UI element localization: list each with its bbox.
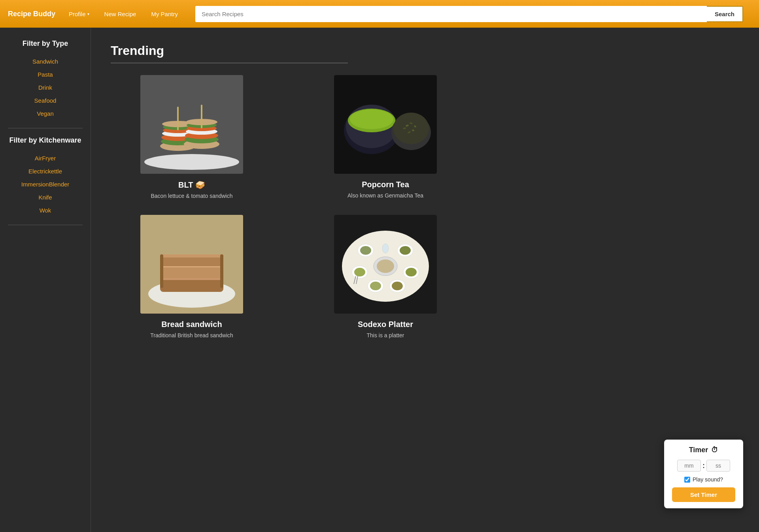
filter-type-title: Filter by Type xyxy=(0,39,91,48)
sidebar-item-seafood[interactable]: Seafood xyxy=(0,94,91,107)
sidebar-item-drink[interactable]: Drink xyxy=(0,81,91,94)
svg-rect-37 xyxy=(160,254,223,258)
main-layout: Filter by Type Sandwich Pasta Drink Seaf… xyxy=(0,28,759,532)
timer-sound-checkbox[interactable] xyxy=(684,477,690,483)
svg-rect-8 xyxy=(177,107,179,130)
recipe-name-tea: Popcorn Tea xyxy=(362,180,409,189)
svg-point-0 xyxy=(144,154,239,170)
filter-kitchenware-title: Filter by Kitchenware xyxy=(0,136,91,145)
recipe-desc-blt: Bacon lettuce & tomato sandwich xyxy=(151,193,232,199)
timer-minutes-input[interactable] xyxy=(677,460,701,472)
svg-point-43 xyxy=(360,246,371,255)
main-content: Trending xyxy=(91,28,759,532)
timer-inputs: : xyxy=(672,460,735,472)
recipe-image-bread xyxy=(140,215,243,314)
timer-seconds-input[interactable] xyxy=(706,460,730,472)
profile-nav-item[interactable]: Profile ▾ xyxy=(63,8,95,21)
recipe-image-blt xyxy=(140,75,243,174)
recipe-name-blt: BLT 🥪 xyxy=(178,180,205,190)
sidebar-item-vegan[interactable]: Vegan xyxy=(0,107,91,120)
navbar: Recipe Buddy Profile ▾ New Recipe My Pan… xyxy=(0,0,759,28)
recipe-image-platter xyxy=(334,215,437,314)
svg-point-23 xyxy=(393,113,429,144)
new-recipe-label: New Recipe xyxy=(104,11,136,17)
timer-title: Timer xyxy=(689,446,708,454)
sidebar-item-electrickettle[interactable]: Electrickettle xyxy=(0,165,91,178)
timer-sound-label: Play sound? xyxy=(693,476,723,483)
svg-rect-16 xyxy=(201,105,202,128)
svg-point-56 xyxy=(377,259,394,273)
recipe-name-bread: Bread sandwich xyxy=(161,320,222,329)
sidebar-item-immersionblender[interactable]: ImmersionBlender xyxy=(0,178,91,191)
search-button[interactable]: Search xyxy=(707,6,743,22)
svg-point-45 xyxy=(400,246,411,255)
recipe-name-platter: Sodexo Platter xyxy=(358,320,413,329)
recipe-desc-platter: This is a platter xyxy=(367,332,404,338)
app-brand: Recipe Buddy xyxy=(8,10,55,18)
recipe-desc-bread: Traditional British bread sandwich xyxy=(150,332,233,338)
timer-icon: ⏱ xyxy=(711,446,718,454)
sidebar: Filter by Type Sandwich Pasta Drink Seaf… xyxy=(0,28,91,532)
svg-rect-38 xyxy=(160,254,163,288)
sidebar-divider-1 xyxy=(8,128,83,128)
timer-header: Timer ⏱ xyxy=(672,446,735,454)
new-recipe-nav-item[interactable]: New Recipe xyxy=(99,8,142,21)
profile-label: Profile xyxy=(69,11,86,17)
sidebar-item-airfryer[interactable]: AirFryer xyxy=(0,152,91,165)
timer-sound-row: Play sound? xyxy=(672,476,735,483)
svg-rect-39 xyxy=(220,254,223,288)
recipe-card-blt[interactable]: BLT 🥪 Bacon lettuce & tomato sandwich xyxy=(111,75,273,199)
search-bar: Search xyxy=(195,6,743,22)
sidebar-divider-2 xyxy=(8,225,83,225)
trending-title: Trending xyxy=(111,43,739,58)
bread-food-image xyxy=(140,215,243,314)
sidebar-item-pasta[interactable]: Pasta xyxy=(0,68,91,81)
recipe-desc-tea: Also known as Genmaicha Tea xyxy=(347,192,423,199)
svg-point-51 xyxy=(370,282,381,290)
recipe-grid: BLT 🥪 Bacon lettuce & tomato sandwich xyxy=(111,75,466,338)
platter-food-image xyxy=(334,215,437,314)
svg-point-49 xyxy=(406,268,417,276)
timer-separator: : xyxy=(702,462,705,470)
chevron-down-icon: ▾ xyxy=(87,12,89,16)
svg-point-47 xyxy=(354,268,365,276)
set-timer-button[interactable]: Set Timer xyxy=(672,487,735,502)
recipe-card-bread[interactable]: Bread sandwich Traditional British bread… xyxy=(111,215,273,338)
search-input[interactable] xyxy=(195,6,707,22)
recipe-image-tea xyxy=(334,75,437,174)
tea-food-image xyxy=(334,75,437,174)
sidebar-item-wok[interactable]: Wok xyxy=(0,204,91,217)
sidebar-item-sandwich[interactable]: Sandwich xyxy=(0,55,91,68)
timer-widget: Timer ⏱ : Play sound? Set Timer xyxy=(664,440,743,508)
svg-point-53 xyxy=(392,282,403,290)
svg-point-54 xyxy=(382,244,389,253)
trending-divider xyxy=(111,63,348,63)
my-pantry-label: My Pantry xyxy=(151,11,178,17)
my-pantry-nav-item[interactable]: My Pantry xyxy=(145,8,183,21)
svg-point-21 xyxy=(350,109,393,129)
sidebar-item-knife[interactable]: Knife xyxy=(0,191,91,204)
recipe-card-popcorn-tea[interactable]: Popcorn Tea Also known as Genmaicha Tea xyxy=(304,75,466,199)
blt-food-image xyxy=(140,75,243,174)
recipe-card-platter[interactable]: Sodexo Platter This is a platter xyxy=(304,215,466,338)
